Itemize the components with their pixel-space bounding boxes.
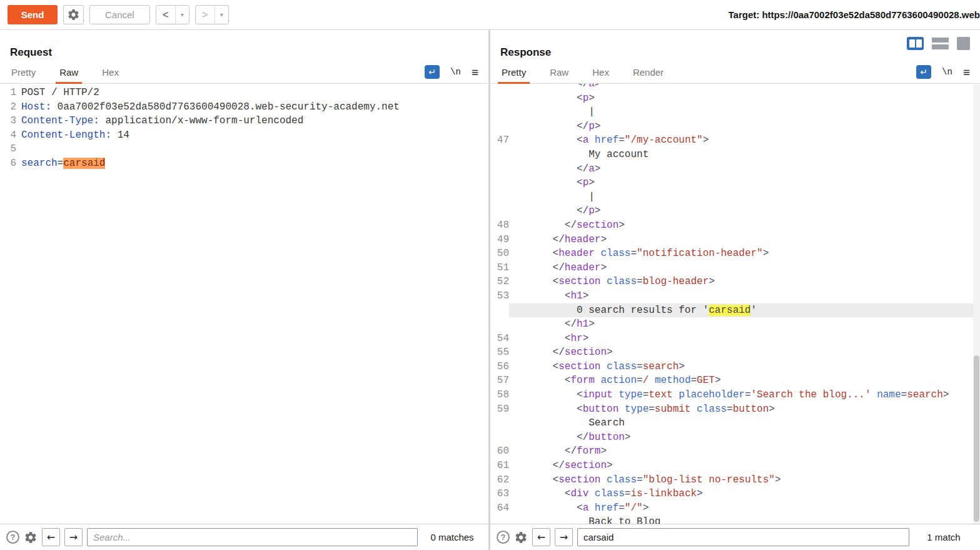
code-line: 47 <a href="/my-account"> xyxy=(490,133,980,148)
line-number: 2 xyxy=(0,100,16,115)
pane-icon xyxy=(909,39,915,48)
next-match-button[interactable]: → xyxy=(64,528,83,546)
line-number xyxy=(490,430,509,445)
history-back-button[interactable]: < ▾ xyxy=(156,5,189,24)
tab-response-render[interactable]: Render xyxy=(632,67,665,83)
forward-dropdown-icon[interactable]: ▾ xyxy=(215,6,228,24)
response-match-count: 1 match xyxy=(914,532,974,542)
code-text: Host: 0aa7002f03e52da580d7763600490028.w… xyxy=(16,100,488,115)
tab-request-pretty[interactable]: Pretty xyxy=(10,67,37,83)
code-text: <header class="notification-header"> xyxy=(509,247,980,261)
line-number: 56 xyxy=(490,360,509,374)
search-settings-icon[interactable] xyxy=(24,531,38,544)
request-editor[interactable]: 1POST / HTTP/22Host: 0aa7002f03e52da580d… xyxy=(0,84,488,524)
layout-single-button[interactable] xyxy=(957,37,970,50)
response-panel: Response Pretty Raw Hex Render ↵ \n ≡ </… xyxy=(490,30,980,550)
code-text: Content-Type: application/x-www-form-url… xyxy=(16,114,488,128)
scrollbar[interactable] xyxy=(973,84,980,524)
line-number: 5 xyxy=(0,142,16,156)
line-number: 51 xyxy=(490,261,509,275)
back-dropdown-icon[interactable]: ▾ xyxy=(176,6,189,24)
line-number: 54 xyxy=(490,332,509,346)
response-viewer[interactable]: </a> <p> | </p>47 <a href="/my-account">… xyxy=(490,84,980,524)
prev-match-button[interactable]: ← xyxy=(532,528,550,546)
line-number: 57 xyxy=(490,374,509,388)
code-line: | xyxy=(490,190,980,205)
response-search-input[interactable] xyxy=(577,528,909,546)
code-text: 0 search results for 'carsaid' xyxy=(509,303,980,318)
line-number: 3 xyxy=(0,114,16,128)
newline-toggle-icon[interactable]: \n xyxy=(450,67,461,77)
code-line: 48 </section> xyxy=(490,218,980,233)
code-line: 53 <h1> xyxy=(490,289,980,303)
send-button[interactable]: Send xyxy=(8,5,58,24)
code-text: </h1> xyxy=(509,317,980,332)
line-number xyxy=(490,84,509,91)
line-number: 59 xyxy=(490,402,509,417)
scrollbar-thumb[interactable] xyxy=(974,355,979,522)
code-text: </section> xyxy=(509,459,980,473)
code-line: 55 </section> xyxy=(490,345,980,360)
line-number xyxy=(490,162,509,176)
code-line: 49 </header> xyxy=(490,233,980,247)
code-line: <p> xyxy=(490,176,980,190)
code-line: 52 <section class=blog-header> xyxy=(490,275,980,289)
line-number: 64 xyxy=(490,501,509,516)
code-text: </form> xyxy=(509,444,980,459)
layout-toggles xyxy=(907,37,970,50)
code-text: </section> xyxy=(509,345,980,360)
cancel-button[interactable]: Cancel xyxy=(89,5,150,24)
tab-response-pretty[interactable]: Pretty xyxy=(500,67,527,83)
toolbar: Send Cancel < ▾ > ▾ Target: https://0aa7… xyxy=(0,0,980,30)
code-line: </p> xyxy=(490,204,980,218)
help-icon[interactable]: ? xyxy=(497,531,510,544)
tab-request-hex[interactable]: Hex xyxy=(101,67,120,83)
wrap-toggle-icon[interactable]: ↵ xyxy=(425,65,440,79)
line-number: 4 xyxy=(0,128,16,143)
code-text: My account xyxy=(509,148,980,162)
code-text: <div class=is-linkback> xyxy=(509,487,980,501)
code-text xyxy=(16,142,488,156)
code-line: 61 </section> xyxy=(490,459,980,473)
line-number xyxy=(490,515,509,524)
request-panel: Request Pretty Raw Hex ↵ \n ≡ 1POST / HT… xyxy=(0,30,488,550)
line-number: 62 xyxy=(490,473,509,487)
code-text: <hr> xyxy=(509,332,980,346)
layout-columns-button[interactable] xyxy=(907,37,924,50)
line-number: 63 xyxy=(490,487,509,501)
history-forward-button[interactable]: > ▾ xyxy=(195,5,229,24)
line-number: 6 xyxy=(0,156,16,171)
line-number xyxy=(490,416,509,430)
line-number xyxy=(490,91,509,106)
back-chevron-icon[interactable]: < xyxy=(156,6,176,24)
code-line: 1POST / HTTP/2 xyxy=(0,86,488,100)
code-line: 56 <section class=search> xyxy=(490,360,980,374)
request-search-input[interactable] xyxy=(87,528,418,546)
code-text: </section> xyxy=(509,218,980,233)
wrap-toggle-icon[interactable]: ↵ xyxy=(916,65,931,79)
code-text: <section class=blog-header> xyxy=(509,275,980,289)
line-number: 50 xyxy=(490,247,509,261)
line-number xyxy=(490,317,509,332)
code-text: </header> xyxy=(509,233,980,247)
code-text: </header> xyxy=(509,261,980,275)
prev-match-button[interactable]: ← xyxy=(42,528,60,546)
line-number xyxy=(490,120,509,134)
tab-request-raw[interactable]: Raw xyxy=(58,67,79,83)
send-settings-button[interactable] xyxy=(63,5,84,24)
layout-rows-button[interactable] xyxy=(932,37,949,50)
forward-chevron-icon[interactable]: > xyxy=(196,6,215,24)
menu-icon[interactable]: ≡ xyxy=(472,66,478,78)
code-line: 5 xyxy=(0,142,488,156)
request-editor-tools: ↵ \n ≡ xyxy=(425,65,478,83)
line-number: 60 xyxy=(490,444,509,459)
tab-response-raw[interactable]: Raw xyxy=(548,67,570,83)
help-icon[interactable]: ? xyxy=(6,531,19,544)
tab-response-hex[interactable]: Hex xyxy=(591,67,610,83)
next-match-button[interactable]: → xyxy=(555,528,573,546)
menu-icon[interactable]: ≡ xyxy=(963,66,970,78)
newline-toggle-icon[interactable]: \n xyxy=(942,67,952,77)
request-panel-title: Request xyxy=(10,46,488,59)
code-text: <section class="blog-list no-results"> xyxy=(509,473,980,487)
search-settings-icon[interactable] xyxy=(514,531,528,544)
